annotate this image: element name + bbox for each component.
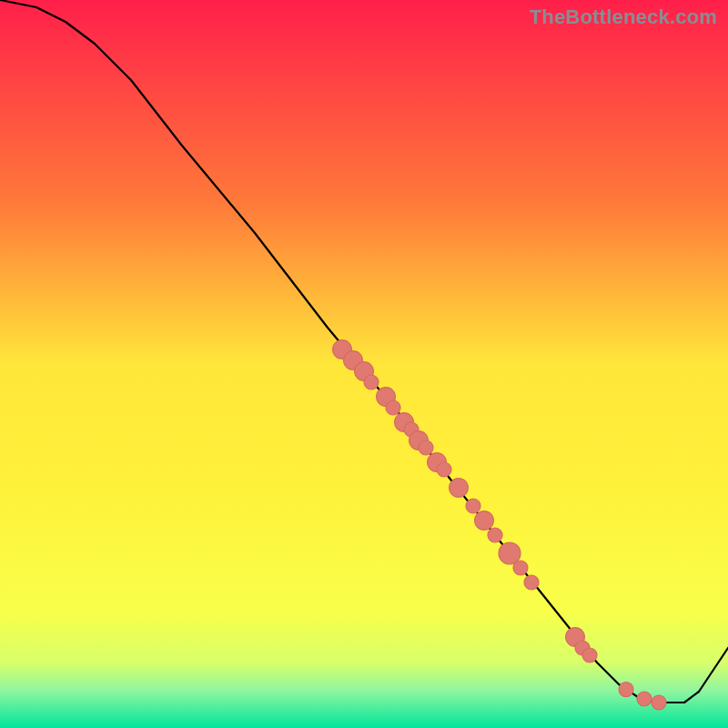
bottleneck-chart — [0, 0, 728, 728]
chart-marker — [524, 575, 539, 590]
chart-marker — [450, 479, 469, 498]
chart-marker — [419, 440, 433, 455]
chart-marker — [513, 561, 528, 575]
chart-marker — [364, 375, 379, 389]
chart-marker — [475, 511, 494, 531]
chart-marker — [619, 682, 633, 697]
chart-marker — [637, 692, 652, 706]
attribution-text: TheBottleneck.com — [530, 5, 717, 29]
chart-marker — [652, 695, 666, 710]
chart-marker — [582, 648, 597, 662]
chart-marker — [386, 400, 400, 415]
chart-marker — [437, 462, 451, 477]
chart-marker — [488, 528, 502, 542]
chart-marker — [466, 499, 480, 513]
chart-container: TheBottleneck.com — [0, 0, 728, 728]
